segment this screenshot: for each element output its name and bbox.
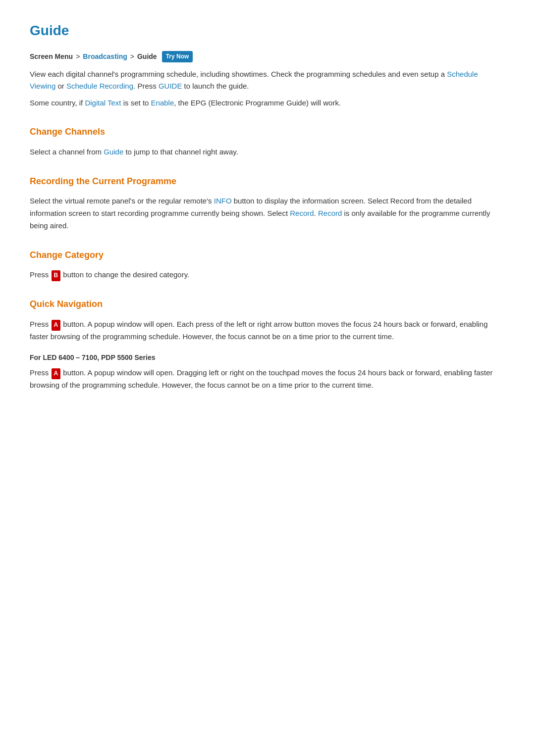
digital-text-link[interactable]: Digital Text <box>85 99 121 107</box>
breadcrumb-screen-menu: Screen Menu <box>30 51 73 62</box>
info-link[interactable]: INFO <box>214 197 232 205</box>
section-title-change-category: Change Category <box>30 248 505 262</box>
section-title-change-channels: Change Channels <box>30 125 505 139</box>
change-category-body1: Press <box>30 270 51 279</box>
breadcrumb-separator-1: > <box>76 51 80 62</box>
quick-nav-body1: Press <box>30 320 51 328</box>
record-link-1[interactable]: Record <box>290 209 314 217</box>
enable-link[interactable]: Enable <box>151 99 174 107</box>
guide-link-channels[interactable]: Guide <box>104 148 123 156</box>
try-now-badge[interactable]: Try Now <box>162 51 193 62</box>
quick-nav-body2: button. A popup window will open. Each p… <box>30 320 488 341</box>
section-body-quick-navigation: Press A button. A popup window will open… <box>30 318 505 343</box>
change-channels-body2: to jump to that channel right away. <box>123 148 238 156</box>
recording-body1: Select the virtual remote panel's or the… <box>30 197 214 205</box>
badge-a-2: A <box>52 368 61 379</box>
section-body-change-category: Press B button to change the desired cat… <box>30 269 505 281</box>
subsection-title-led: For LED 6400 – 7100, PDP 5500 Series <box>30 352 505 363</box>
intro-text-1: View each digital channel's programming … <box>30 70 447 78</box>
section-change-category: Change Category Press B button to change… <box>30 248 505 282</box>
change-channels-body: Select a channel from <box>30 148 104 156</box>
section-body-change-channels: Select a channel from Guide to jump to t… <box>30 146 505 158</box>
badge-a-1: A <box>52 320 61 331</box>
page-title: Guide <box>30 20 505 42</box>
breadcrumb-guide: Guide <box>137 51 157 62</box>
schedule-recording-link[interactable]: Schedule Recording <box>66 82 133 90</box>
section-recording: Recording the Current Programme Select t… <box>30 174 505 232</box>
intro-text-or: or <box>55 82 66 90</box>
intro-text-is-set-to: is set to <box>121 99 151 107</box>
intro-text-rest3: , the EPG (Electronic Programme Guide) w… <box>174 99 341 107</box>
intro-text-rest2: to launch the guide. <box>182 82 249 90</box>
badge-b: B <box>52 270 61 281</box>
breadcrumb-broadcasting[interactable]: Broadcasting <box>83 51 127 62</box>
intro-paragraph-1: View each digital channel's programming … <box>30 68 505 92</box>
intro-text-p2-prefix: Some country, if <box>30 99 85 107</box>
change-category-body2: button to change the desired category. <box>61 270 189 279</box>
quick-nav-body4: button. A popup window will open. Draggi… <box>30 368 493 389</box>
section-change-channels: Change Channels Select a channel from Gu… <box>30 125 505 158</box>
record-link-2[interactable]: Record <box>318 209 342 217</box>
section-body-quick-navigation-led: Press A button. A popup window will open… <box>30 367 505 392</box>
section-quick-navigation: Quick Navigation Press A button. A popup… <box>30 297 505 391</box>
breadcrumb: Screen Menu > Broadcasting > Guide Try N… <box>30 51 505 62</box>
section-title-quick-navigation: Quick Navigation <box>30 297 505 311</box>
guide-link-intro[interactable]: GUIDE <box>159 82 182 90</box>
quick-nav-body3: Press <box>30 368 51 377</box>
intro-paragraph-2: Some country, if Digital Text is set to … <box>30 97 505 109</box>
recording-body3: . <box>314 209 318 217</box>
section-title-recording: Recording the Current Programme <box>30 174 505 189</box>
intro-text-rest1: . Press <box>133 82 159 90</box>
breadcrumb-separator-2: > <box>130 51 134 62</box>
section-body-recording: Select the virtual remote panel's or the… <box>30 195 505 232</box>
